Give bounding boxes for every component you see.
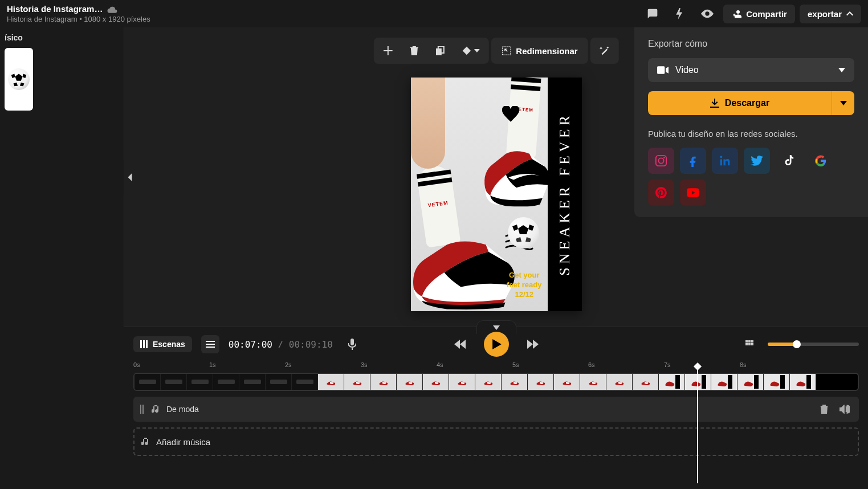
export-panel: Exportar cómo Video Descargar Publica tu…: [634, 27, 868, 217]
add-music-button[interactable]: Añadir música: [133, 427, 859, 456]
social-youtube-button[interactable]: [680, 180, 706, 206]
play-button[interactable]: [484, 332, 509, 357]
list-view-button[interactable]: [201, 335, 219, 353]
clip-frame: [554, 374, 580, 390]
clip-frame: [135, 374, 161, 390]
social-twitter-button[interactable]: [744, 148, 770, 174]
share-button[interactable]: Compartir: [723, 5, 795, 23]
clip-frame: [213, 374, 239, 390]
ruler-tick: 3s: [361, 361, 368, 368]
clip-frame: [790, 374, 816, 390]
ruler-tick: 2s: [285, 361, 292, 368]
bolt-button[interactable]: [669, 3, 691, 24]
clip-frame: [344, 374, 370, 390]
audio-track[interactable]: De moda: [133, 397, 859, 422]
video-track[interactable]: [133, 373, 859, 391]
svg-rect-24: [206, 347, 215, 348]
clip-frame: [737, 374, 764, 390]
svg-marker-11: [516, 237, 521, 242]
social-facebook-button[interactable]: [680, 148, 706, 174]
play-icon: [492, 339, 502, 349]
user-plus-icon: [731, 9, 741, 18]
svg-marker-1: [11, 74, 15, 79]
export-button[interactable]: exportar: [800, 5, 861, 23]
svg-rect-21: [146, 340, 148, 348]
resize-button[interactable]: Redimensionar: [493, 40, 585, 62]
clip-frame: [292, 374, 318, 390]
soccer-ball: [508, 217, 539, 248]
download-label: Descargar: [725, 98, 769, 108]
export-label: exportar: [808, 9, 842, 19]
clip-frame: [449, 374, 475, 390]
heart-icon: [502, 106, 519, 122]
mic-button[interactable]: [342, 334, 362, 354]
download-options-button[interactable]: [832, 91, 854, 115]
document-title[interactable]: Historia de Instagram…: [7, 4, 103, 14]
social-instagram-button[interactable]: [648, 148, 674, 174]
svg-rect-31: [751, 343, 753, 345]
timeline-panel: Escenas 00:07:00 / 00:09:10: [124, 327, 868, 489]
svg-point-18: [720, 156, 722, 158]
clip-frame: [633, 374, 659, 390]
resize-label: Redimensionar: [516, 46, 577, 56]
svg-marker-3: [14, 83, 18, 87]
rewind-button[interactable]: [450, 334, 470, 354]
asset-thumbnail[interactable]: [5, 48, 33, 111]
scenes-button[interactable]: Escenas: [133, 336, 192, 352]
fast-forward-button[interactable]: [523, 334, 543, 354]
download-icon: [710, 99, 719, 108]
timecode-display: 00:07:00 / 00:09:10: [229, 339, 333, 350]
grid-view-button[interactable]: [740, 335, 759, 353]
design-canvas[interactable]: VETEM VETEM: [411, 78, 582, 311]
download-button[interactable]: Descargar: [648, 91, 832, 115]
clip-frame: [475, 374, 502, 390]
social-tiktok-button[interactable]: [776, 148, 802, 174]
volume-button[interactable]: [837, 402, 852, 416]
drag-handle-icon: [140, 405, 145, 414]
svg-rect-30: [748, 343, 751, 345]
collapse-sidebar-button[interactable]: [124, 160, 136, 194]
preview-button[interactable]: [696, 3, 719, 24]
sidebar-title: ísico: [5, 33, 119, 42]
zoom-slider[interactable]: [768, 343, 859, 346]
svg-rect-33: [702, 375, 706, 389]
video-icon: [657, 66, 669, 74]
svg-marker-12: [525, 237, 531, 242]
chevron-up-icon: [846, 11, 853, 16]
svg-marker-4: [20, 83, 25, 87]
format-select[interactable]: Video: [648, 58, 854, 82]
canvas-promo-text: Get your feet ready 12/12: [507, 271, 541, 300]
social-title: Publica tu diseño en las redes sociales.: [648, 129, 854, 138]
scenes-icon: [140, 340, 148, 348]
social-linkedin-button[interactable]: [712, 148, 738, 174]
svg-marker-0: [15, 74, 22, 81]
fill-button[interactable]: [454, 40, 486, 62]
svg-marker-8: [518, 225, 528, 234]
delete-button[interactable]: [402, 40, 426, 62]
svg-rect-19: [140, 340, 142, 348]
resize-icon: [501, 46, 511, 56]
comment-button[interactable]: [641, 3, 664, 24]
ruler-tick: 6s: [588, 361, 595, 368]
svg-rect-35: [754, 375, 759, 389]
svg-rect-39: [142, 405, 144, 414]
magic-button[interactable]: [593, 40, 617, 62]
ruler-tick: 0s: [133, 361, 140, 368]
left-sidebar: ísico: [0, 27, 124, 327]
delete-audio-button[interactable]: [818, 402, 830, 416]
social-google-button[interactable]: [808, 148, 834, 174]
svg-marker-10: [528, 225, 534, 231]
clip-frame: [266, 374, 292, 390]
clip-frame: [239, 374, 266, 390]
chevron-down-icon: [492, 325, 500, 330]
svg-rect-28: [751, 340, 753, 343]
social-pinterest-button[interactable]: [648, 180, 674, 206]
duplicate-button[interactable]: [428, 40, 452, 62]
svg-rect-36: [780, 375, 785, 389]
canvas-vertical-text: SNEAKER FEVER: [556, 112, 573, 276]
add-button[interactable]: [376, 40, 400, 62]
ruler-tick: 7s: [664, 361, 671, 368]
playhead[interactable]: [697, 367, 698, 483]
svg-rect-29: [745, 343, 748, 345]
svg-rect-13: [657, 66, 665, 74]
